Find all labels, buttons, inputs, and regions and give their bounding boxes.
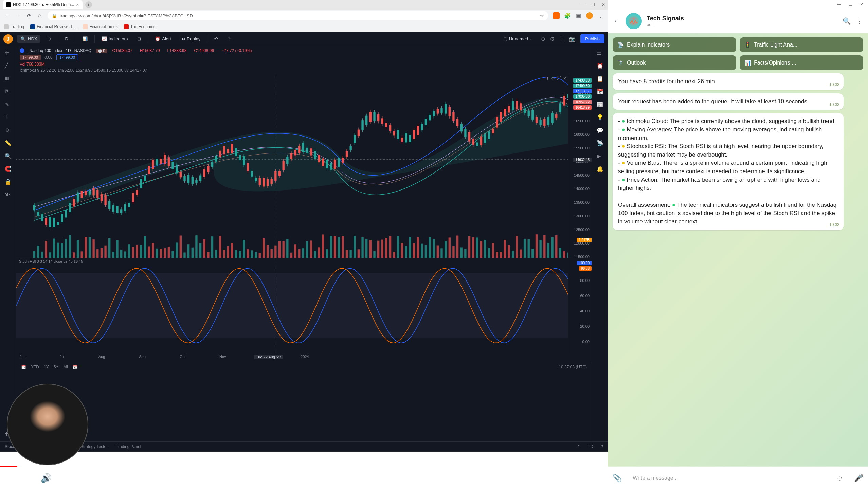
settings-video-icon[interactable]: ⚙ (801, 472, 809, 484)
maximize-panel-icon[interactable]: ⛶ (589, 444, 593, 449)
volume-icon[interactable]: 🔊 (41, 473, 52, 484)
play-icon[interactable] (7, 473, 14, 483)
help-icon[interactable]: ? (601, 444, 603, 449)
redo-icon[interactable]: ↷ (225, 35, 234, 43)
home-icon[interactable]: ⌂ (37, 13, 43, 19)
lock-tool-icon[interactable]: 🔒 (5, 179, 12, 185)
captions-icon[interactable]: ㏄ (783, 472, 792, 484)
pattern-tool-icon[interactable]: ⧉ (5, 88, 12, 95)
action-button[interactable]: 📡Explain Indicators (613, 37, 736, 52)
url-input[interactable]: 🔒 tradingview.com/chart/4SjX2dRz/?symbol… (48, 11, 548, 20)
main-chart[interactable]: 18000.0017500.0017000.0016500.0016000.00… (16, 75, 592, 258)
zoom-tool-icon[interactable]: 🔍 (5, 153, 12, 160)
extension-icon[interactable] (553, 12, 560, 19)
timeframe-select[interactable]: D (62, 35, 71, 43)
tg-more-icon[interactable]: ⋮ (856, 17, 863, 25)
brush-tool-icon[interactable]: ✎ (5, 101, 12, 108)
tg-search-icon[interactable]: 🔍 (843, 17, 851, 25)
download-icon[interactable]: ⬇ (546, 76, 549, 81)
snapshot-icon[interactable]: 📷 (569, 36, 576, 42)
settings-chart-icon[interactable]: ⚙ (551, 76, 555, 81)
quick-search-icon[interactable]: ⊙ (541, 36, 545, 42)
time-axis[interactable]: JunJulAugSepOctNovDec2024Tue 22 Aug '23 (16, 353, 592, 362)
reload-icon[interactable]: ⟳ (26, 13, 32, 19)
stoch-axis[interactable]: 100.0096.8880.0060.0040.0020.000.00 (568, 258, 592, 353)
bookmark-item[interactable]: The Economist (124, 24, 158, 29)
minimize-icon[interactable]: — (580, 2, 584, 7)
chart-style-icon[interactable]: 📊 (79, 35, 90, 43)
ruler-tool-icon[interactable]: 📏 (5, 140, 12, 147)
text-tool-icon[interactable]: T (5, 114, 12, 121)
close-icon[interactable]: ✕ (602, 2, 605, 7)
news-icon[interactable]: 📰 (597, 101, 603, 108)
stoch-rsi-chart[interactable]: Stoch RSI 3 3 14 14 close 32.45 16.45 10… (16, 258, 592, 353)
alerts-icon[interactable]: ⏰ (597, 62, 603, 69)
replay-button[interactable]: ⏮ Replay (178, 35, 203, 43)
goto-date-icon[interactable]: 📆 (73, 365, 78, 369)
symbol-search[interactable]: 🔍 NDX (17, 35, 40, 43)
theater-icon[interactable]: ▭ (835, 472, 844, 484)
add-button[interactable]: ⊕ (44, 35, 54, 43)
tg-minimize-icon[interactable]: — (837, 2, 841, 7)
chat-body[interactable]: 📡Explain Indicators🚦Traffic Light Ana...… (608, 33, 868, 467)
miniplayer-icon[interactable]: ▣ (818, 472, 826, 484)
play-icon[interactable]: ▶ (597, 153, 603, 160)
layout-button[interactable]: ▢ Unnamed ⌄ (501, 35, 536, 43)
indicators-button[interactable]: 📈 Indicators (99, 35, 130, 43)
tf-all[interactable]: All (63, 365, 68, 369)
profile-icon[interactable] (586, 12, 593, 19)
tg-maximize-icon[interactable]: ☐ (849, 2, 852, 7)
tf-1y[interactable]: 1Y (44, 365, 49, 369)
ideas-icon[interactable]: 💡 (597, 114, 603, 121)
hotlist-icon[interactable]: 📋 (597, 75, 603, 82)
bookmark-item[interactable]: Trading (4, 24, 24, 29)
star-icon[interactable]: ☆ (540, 13, 544, 18)
new-tab-button[interactable]: + (85, 1, 92, 8)
sidepanel-icon[interactable]: ▣ (575, 13, 581, 19)
watchlist-icon[interactable]: ☰ (597, 50, 603, 56)
bookmark-item[interactable]: Financial Times (83, 24, 117, 29)
tab-trading[interactable]: Trading Panel (116, 444, 141, 449)
close-pane-icon[interactable]: ✕ (563, 76, 566, 81)
tab-close-icon[interactable]: × (76, 2, 79, 7)
next-icon[interactable]: ⏭ (23, 473, 32, 484)
undo-icon[interactable]: ↶ (212, 35, 221, 43)
extensions-icon[interactable]: 🧩 (564, 13, 571, 19)
maximize-pane-icon[interactable]: ⛶ (557, 76, 561, 81)
tf-ytd[interactable]: YTD (31, 365, 39, 369)
tv-user-avatar[interactable]: J (3, 34, 13, 44)
maximize-icon[interactable]: ☐ (591, 2, 595, 7)
cursor-tool-icon[interactable]: ✛ (5, 50, 12, 56)
tg-close-icon[interactable]: ✕ (860, 2, 863, 7)
bookmark-item[interactable]: Financial Review - b... (30, 24, 77, 29)
tf-5y[interactable]: 5Y (54, 365, 59, 369)
tab-strategy[interactable]: Strategy Tester (80, 444, 108, 449)
settings-icon[interactable]: ⚙ (550, 36, 555, 42)
notifications-icon[interactable]: 🔔 (597, 166, 603, 173)
templates-icon[interactable]: ⊞ (134, 35, 144, 43)
forward-icon[interactable]: → (15, 13, 21, 19)
back-icon[interactable]: ← (4, 13, 10, 19)
publish-button[interactable]: Publish (580, 34, 604, 43)
alert-button[interactable]: ⏰ Alert (152, 35, 174, 43)
action-button[interactable]: 📊Facts/Opinions ... (740, 55, 863, 70)
action-button[interactable]: 🔭Outlook (613, 55, 736, 70)
back-icon[interactable]: ← (613, 17, 621, 25)
chat-icon[interactable]: 💬 (597, 127, 603, 134)
emoji-tool-icon[interactable]: ☺ (5, 127, 12, 134)
fib-tool-icon[interactable]: ≋ (5, 75, 12, 82)
fullscreen-icon[interactable]: ⛶ (559, 36, 564, 42)
menu-icon[interactable]: ⋮ (598, 13, 604, 19)
chart-area[interactable]: Nasdaq 100 Index · 1D · NASDAQ ⬤ D O1503… (16, 46, 592, 441)
bot-avatar[interactable] (626, 13, 642, 29)
magnet-tool-icon[interactable]: 🧲 (5, 166, 12, 173)
streams-icon[interactable]: 📡 (597, 140, 603, 147)
collapse-icon[interactable]: ⌃ (577, 444, 580, 449)
fullscreen-video-icon[interactable]: ⛶ (852, 472, 861, 484)
browser-tab[interactable]: NDX 17499.30 ▲ +0.55% Unna... × (3, 0, 83, 9)
trendline-tool-icon[interactable]: ╱ (5, 62, 12, 69)
calendar-icon[interactable]: 📅 (597, 88, 603, 95)
price-axis[interactable]: 18000.0017500.0017000.0016500.0016000.00… (568, 75, 592, 258)
action-button[interactable]: 🚦Traffic Light Ana... (740, 37, 863, 52)
date-range-icon[interactable]: 📅 (21, 365, 26, 369)
